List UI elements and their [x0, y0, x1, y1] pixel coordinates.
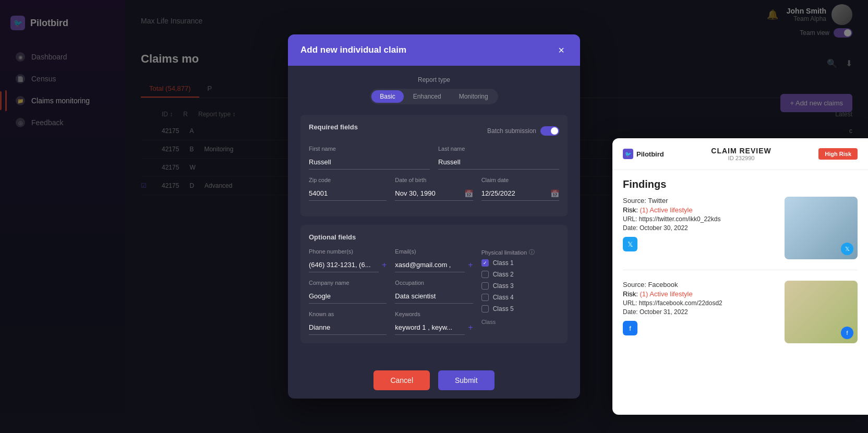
zip-code-label: Zip code: [309, 177, 387, 183]
email-field: Email(s) +: [395, 248, 473, 272]
known-as-input[interactable]: [309, 320, 387, 335]
report-tab-enhanced[interactable]: Enhanced: [405, 90, 450, 103]
finding-url-facebook: URL: https://facebook.com/22dosd2: [623, 299, 776, 307]
risk-label: Risk:: [623, 206, 638, 214]
keywords-label: Keywords: [395, 311, 473, 317]
phone-input[interactable]: [309, 258, 379, 272]
class-5-item: Class 5: [481, 305, 559, 312]
first-name-label: First name: [309, 146, 430, 152]
physical-limitation-label: Physical limitation: [481, 249, 527, 256]
phone-row: +: [309, 258, 387, 272]
phone-field: Phone number(s) +: [309, 248, 387, 272]
finding-info-facebook: Source: Facebook Risk: (1) Active lifest…: [623, 281, 776, 343]
finding-risk-facebook: Risk: (1) Active lifestyle: [623, 290, 776, 298]
finding-date-facebook: Date: October 31, 2022: [623, 308, 776, 316]
finding-card-twitter: Source: Twitter Risk: (1) Active lifesty…: [623, 197, 858, 270]
dob-calendar-icon[interactable]: 📅: [464, 189, 473, 198]
panel-title: CLAIM REVIEW: [711, 147, 771, 155]
email-input[interactable]: [395, 258, 465, 272]
occupation-field: Occupation: [395, 280, 473, 304]
cancel-button[interactable]: Cancel: [373, 370, 430, 390]
class-5-checkbox[interactable]: [481, 305, 489, 312]
occupation-input[interactable]: [395, 289, 473, 304]
date-row: Zip code Date of birth 📅 Claim date 📅: [309, 177, 559, 201]
company-label: Company name: [309, 280, 387, 286]
high-risk-badge: High Risk: [818, 148, 858, 160]
zip-code-field: Zip code: [309, 177, 387, 201]
submit-button[interactable]: Submit: [438, 370, 495, 390]
optional-fields-inner: Phone number(s) + Company name Known as: [309, 248, 559, 335]
optional-col-left: Phone number(s) + Company name Known as: [309, 248, 387, 335]
email-row: +: [395, 258, 473, 272]
known-as-field: Known as: [309, 311, 387, 335]
keywords-row: +: [395, 320, 473, 335]
finding-source-twitter: Source: Twitter: [623, 197, 776, 205]
class-1-item: Class 1: [481, 259, 559, 267]
finding-url-twitter: URL: https://twitter.com/ikk0_22kds: [623, 215, 776, 223]
claim-review-panel: 🐦 Pilotbird CLAIM REVIEW ID 232990 High …: [612, 138, 868, 415]
class-header: Class: [481, 319, 559, 325]
first-name-input[interactable]: [309, 155, 430, 170]
last-name-field: Last name: [438, 146, 559, 170]
optional-col-right: Physical limitation ⓘ Class 1 Class 2: [481, 248, 559, 335]
last-name-input[interactable]: [438, 155, 559, 170]
email-label: Email(s): [395, 248, 473, 255]
occupation-label: Occupation: [395, 280, 473, 286]
add-keyword-icon[interactable]: +: [468, 323, 473, 332]
first-name-field: First name: [309, 146, 430, 170]
class-4-label: Class 4: [493, 294, 514, 301]
panel-logo-text: Pilotbird: [636, 150, 664, 158]
report-tab-basic[interactable]: Basic: [371, 90, 403, 103]
class-3-item: Class 3: [481, 282, 559, 290]
keywords-field: Keywords +: [395, 311, 473, 335]
claim-date-calendar-icon[interactable]: 📅: [550, 189, 559, 198]
class-1-checkbox[interactable]: [481, 259, 489, 267]
modal-close-button[interactable]: ×: [555, 44, 568, 56]
finding-image-twitter: 𝕏: [785, 197, 858, 259]
claim-date-input-wrapper: 📅: [481, 186, 559, 201]
section-header-row: Required fields Batch submission: [309, 123, 559, 138]
panel-header: 🐦 Pilotbird CLAIM REVIEW ID 232990 High …: [612, 138, 868, 170]
class-4-checkbox[interactable]: [481, 294, 489, 301]
panel-id: ID 232990: [711, 155, 771, 161]
finding-risk-twitter: Risk: (1) Active lifestyle: [623, 206, 776, 214]
zip-code-input[interactable]: [309, 186, 387, 201]
panel-body: Findings Source: Twitter Risk: (1) Activ…: [612, 170, 868, 372]
dob-input-wrapper: 📅: [395, 186, 473, 201]
panel-title-section: CLAIM REVIEW ID 232990: [711, 147, 771, 161]
risk-value-fb: (1) Active lifestyle: [640, 290, 693, 298]
facebook-icon[interactable]: f: [623, 321, 637, 335]
modal-body: Report type Basic Enhanced Monitoring Re…: [288, 66, 580, 362]
add-phone-icon[interactable]: +: [382, 260, 387, 270]
class-3-checkbox[interactable]: [481, 282, 489, 290]
claim-date-label: Claim date: [481, 177, 559, 183]
class-2-checkbox[interactable]: [481, 271, 489, 278]
claim-date-field: Claim date 📅: [481, 177, 559, 201]
keywords-input[interactable]: [395, 320, 465, 335]
optional-fields-section: Optional fields Phone number(s) + Compan…: [300, 225, 568, 343]
optional-col-middle: Email(s) + Occupation Keywords: [395, 248, 473, 335]
class-3-label: Class 3: [493, 282, 514, 290]
dob-input[interactable]: [395, 186, 473, 201]
add-email-icon[interactable]: +: [468, 260, 473, 270]
dob-field: Date of birth 📅: [395, 177, 473, 201]
report-tab-monitoring[interactable]: Monitoring: [451, 90, 497, 103]
batch-submission-toggle[interactable]: [540, 126, 559, 136]
finding-image-facebook: f: [785, 281, 858, 343]
class-checkbox-group: Class 1 Class 2 Class 3 Class 4: [481, 259, 559, 325]
required-fields-section: Required fields Batch submission First n…: [300, 115, 568, 216]
class-2-label: Class 2: [493, 271, 514, 278]
facebook-overlay-icon: f: [841, 327, 853, 339]
twitter-icon[interactable]: 𝕏: [623, 237, 637, 251]
findings-title: Findings: [623, 178, 858, 190]
info-icon: ⓘ: [529, 248, 535, 256]
modal-title: Add new individual claim: [300, 45, 406, 55]
dob-label: Date of birth: [395, 177, 473, 183]
add-claim-modal: Add new individual claim × Report type B…: [288, 34, 580, 399]
company-input[interactable]: [309, 289, 387, 304]
name-row: First name Last name: [309, 146, 559, 170]
phone-label: Phone number(s): [309, 248, 387, 255]
optional-section-title: Optional fields: [309, 233, 559, 241]
claim-date-input[interactable]: [481, 186, 559, 201]
panel-logo: 🐦 Pilotbird: [623, 149, 664, 159]
